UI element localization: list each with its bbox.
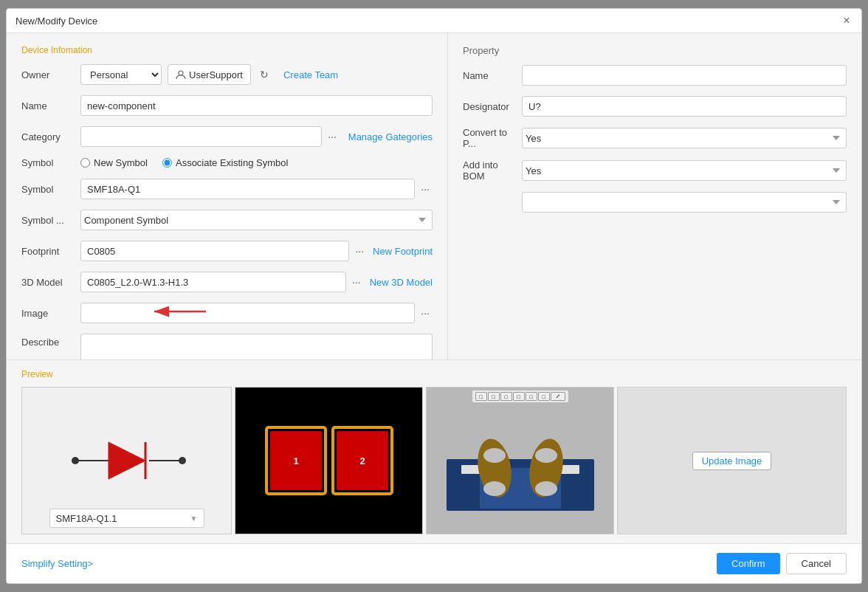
footer: Simplify Setting> Confirm Cancel (7, 543, 861, 583)
new-3d-model-button[interactable]: New 3D Model (370, 277, 433, 288)
name-row: Name (21, 95, 433, 116)
property-extra-select[interactable] (522, 192, 847, 213)
right-panel: Property Name Designator Convert to P...… (448, 33, 861, 359)
footprint-svg: 1 2 (255, 409, 403, 512)
new-symbol-radio[interactable] (80, 158, 90, 168)
symbol-dropdown-arrow: ▼ (190, 514, 198, 523)
svg-point-24 (535, 481, 557, 496)
symbol-dots-button[interactable]: ··· (418, 183, 433, 195)
model-3d-label: 3D Model (21, 277, 80, 288)
svg-text:1: 1 (293, 455, 298, 467)
owner-row: Owner Personal UserSupport ↻ Create Team (21, 64, 433, 85)
user-name: UserSupport (189, 69, 243, 80)
category-input[interactable] (80, 126, 322, 147)
symbol-radio-group: New Symbol Associate Existing Symbol (80, 157, 288, 168)
toolbar-icon-expand: ⤢ (551, 392, 565, 401)
model-3d-preview-panel: □ □ □ □ □ □ ⤢ (426, 387, 614, 534)
describe-label: Describe (21, 334, 80, 348)
user-button[interactable]: UserSupport (168, 64, 251, 85)
category-input-group: ··· (80, 126, 340, 147)
svg-marker-7 (108, 442, 145, 479)
model-3d-svg (439, 415, 602, 518)
image-row: Image ··· (21, 303, 433, 323)
name-label: Name (21, 100, 80, 111)
footprint-preview-panel: 1 2 (235, 387, 423, 534)
symbol-value-row: Symbol ··· (21, 179, 433, 199)
owner-label: Owner (21, 69, 80, 80)
main-content: Device Infomation Owner Personal UserSup… (7, 33, 861, 359)
left-panel: Device Infomation Owner Personal UserSup… (7, 33, 448, 359)
symbol-input-group: ··· (80, 179, 433, 199)
symbol-dropdown[interactable]: SMF18A-Q1.1 ▼ (49, 509, 204, 528)
svg-point-21 (483, 448, 506, 463)
model-3d-input[interactable] (80, 272, 346, 292)
create-team-button[interactable]: Create Team (283, 69, 338, 80)
preview-title: Preview (21, 369, 847, 379)
associate-symbol-radio-label[interactable]: Associate Existing Symbol (162, 157, 288, 168)
property-bom-select[interactable]: Yes No (522, 160, 847, 181)
cancel-button[interactable]: Cancel (786, 553, 847, 574)
symbol-preview-name: SMF18A-Q1.1 (56, 513, 117, 524)
footprint-dots-button[interactable]: ··· (352, 245, 367, 257)
close-button[interactable]: × (841, 15, 852, 27)
svg-point-6 (179, 457, 186, 464)
confirm-button[interactable]: Confirm (717, 553, 780, 574)
model-3d-row: 3D Model ··· New 3D Model (21, 272, 433, 292)
property-name-row: Name (463, 65, 847, 86)
refresh-button[interactable]: ↻ (257, 66, 272, 83)
describe-row: Describe (21, 334, 433, 359)
svg-point-23 (483, 481, 506, 496)
preview-panels: SMF18A-Q1.1 ▼ 1 2 (21, 387, 847, 534)
model-3d-dots-button[interactable]: ··· (349, 276, 364, 288)
symbol-input[interactable] (80, 179, 415, 199)
property-designator-input[interactable] (522, 96, 847, 117)
user-icon (176, 69, 186, 80)
model-3d-toolbar: □ □ □ □ □ □ ⤢ (472, 390, 568, 402)
update-image-button[interactable]: Update Image (692, 452, 772, 470)
footprint-input-group: ··· (80, 241, 367, 261)
symbol-svg (61, 416, 193, 505)
image-input-group: ··· (80, 303, 433, 323)
property-name-input[interactable] (522, 65, 847, 86)
toolbar-icon-2: □ (488, 392, 500, 401)
associate-symbol-label: Associate Existing Symbol (176, 157, 288, 168)
footer-buttons: Confirm Cancel (717, 553, 847, 574)
footprint-input[interactable] (80, 241, 349, 261)
svg-point-0 (179, 71, 183, 75)
symbol-preview-panel: SMF18A-Q1.1 ▼ (21, 387, 232, 534)
new-footprint-button[interactable]: New Footprint (373, 246, 433, 257)
simplify-setting-link[interactable]: Simplify Setting> (21, 558, 93, 569)
model-3d-input-group: ··· (80, 272, 364, 292)
owner-select[interactable]: Personal (80, 64, 162, 85)
symbol-type-select[interactable]: Component Symbol (80, 210, 433, 230)
name-input[interactable] (80, 95, 433, 116)
category-controls: ··· Manage Gategories (80, 126, 433, 147)
property-convert-label: Convert to P... (463, 127, 522, 149)
category-dots-button[interactable]: ··· (325, 131, 340, 142)
property-section-title: Property (463, 45, 847, 56)
property-convert-select[interactable]: Yes No (522, 128, 847, 148)
describe-textarea[interactable] (80, 334, 433, 359)
footprint-label: Footprint (21, 246, 80, 257)
property-bom-label: Add into BOM (463, 159, 522, 182)
new-symbol-radio-label[interactable]: New Symbol (80, 157, 148, 168)
footprint-row: Footprint ··· New Footprint (21, 241, 433, 261)
toolbar-icon-4: □ (513, 392, 525, 401)
property-convert-row: Convert to P... Yes No (463, 127, 847, 149)
associate-symbol-radio[interactable] (162, 158, 172, 168)
svg-point-22 (535, 448, 557, 463)
toolbar-icon-6: □ (538, 392, 550, 401)
toolbar-icon-3: □ (500, 392, 512, 401)
symbol-type-dropdown-row: Symbol ... Component Symbol (21, 210, 433, 230)
image-input[interactable] (80, 303, 415, 323)
symbol-field-label: Symbol (21, 184, 80, 195)
preview-section: Preview (7, 359, 861, 543)
image-dots-button[interactable]: ··· (418, 307, 433, 319)
new-symbol-label: New Symbol (94, 157, 148, 168)
symbol-type-label: Symbol (21, 157, 80, 168)
title-bar: New/Modify Device × (7, 9, 861, 33)
toolbar-icon-5: □ (526, 392, 537, 401)
image-preview-panel: Update Image (617, 387, 847, 534)
symbol-type-row: Symbol New Symbol Associate Existing Sym… (21, 157, 433, 168)
manage-categories-button[interactable]: Manage Gategories (348, 131, 433, 142)
